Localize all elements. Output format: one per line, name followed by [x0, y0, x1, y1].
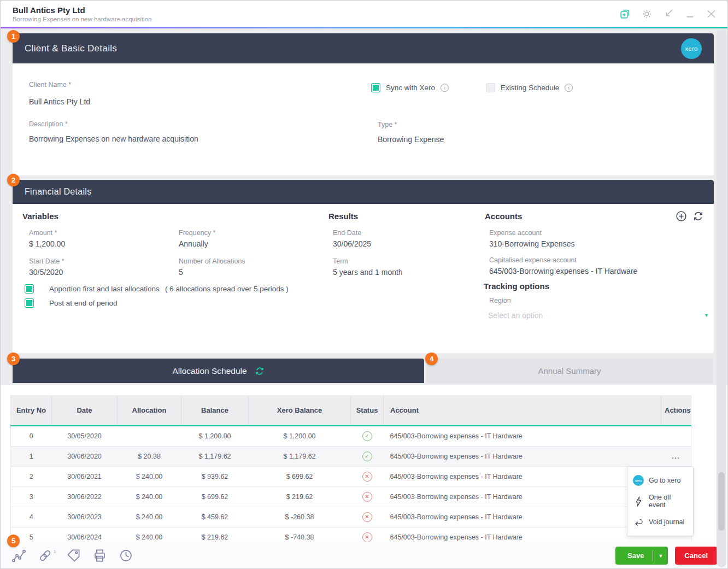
cell-entry-no: 1 — [11, 446, 52, 466]
existing-schedule-checkbox[interactable] — [486, 83, 495, 92]
status-icon: ✕ — [362, 472, 372, 482]
menu-item-void-journal[interactable]: Void journal — [627, 512, 693, 532]
window-title: Bull Antics Pty Ltd — [13, 5, 151, 16]
table-row[interactable]: 5 30/06/2024 $ 240.00 $ 219.62 $ -740.38… — [11, 527, 691, 542]
add-account-icon[interactable] — [676, 210, 687, 222]
refresh-schedule-icon[interactable] — [255, 366, 265, 376]
client-name-value[interactable]: Bull Antics Pty Ltd — [29, 97, 90, 106]
step-badge-1: 1 — [7, 30, 20, 43]
tab-annual-summary-label: Annual Summary — [538, 366, 601, 376]
region-select[interactable]: Select an option ▼ — [488, 311, 709, 320]
tab-annual-summary[interactable]: Annual Summary — [426, 359, 713, 383]
region-label: Region — [489, 297, 511, 304]
cell-account: 645/003-Borrowing expenses - IT Hardware — [384, 507, 661, 527]
cell-date: 30/06/2023 — [52, 507, 118, 527]
menu-item-go-to-xero-label: Go to xero — [649, 477, 680, 484]
collapse-icon[interactable] — [664, 9, 674, 19]
cancel-button[interactable]: Cancel — [675, 547, 717, 565]
description-label: Description * — [29, 120, 68, 128]
expense-account-value[interactable]: 310-Borrowing Expenses — [489, 239, 574, 248]
cell-date: 30/06/2020 — [52, 446, 118, 466]
cell-entry-no: 0 — [11, 426, 52, 446]
post-end-period-checkbox[interactable] — [25, 298, 34, 308]
row-actions-button[interactable]: ... — [661, 446, 691, 466]
col-entry-no: Entry No — [11, 395, 52, 426]
col-allocation: Allocation — [118, 395, 181, 426]
cell-balance: $ 459.62 — [181, 507, 249, 527]
sync-with-xero-row: Sync with Xero i — [371, 83, 449, 92]
allocation-table-body: 0 30/05/2020 $ 1,200.00 $ 1,200.00 ✓ 645… — [11, 426, 691, 542]
chevron-down-icon: ▼ — [704, 313, 709, 318]
table-row[interactable]: 2 30/06/2021 $ 240.00 $ 939.62 $ 699.62 … — [11, 466, 691, 486]
capitalised-account-label: Capitalised expense account — [489, 256, 577, 264]
status-icon: ✓ — [362, 451, 372, 461]
menu-item-void-journal-label: Void journal — [649, 518, 684, 526]
client-section-title: Client & Basic Details — [25, 43, 117, 54]
journal-graph-icon[interactable] — [11, 548, 26, 563]
refresh-accounts-icon[interactable] — [692, 210, 704, 222]
frequency-label: Frequency * — [179, 229, 215, 237]
table-row[interactable]: 4 30/06/2023 $ 240.00 $ 459.62 $ -260.38… — [11, 507, 691, 527]
sync-with-xero-checkbox[interactable] — [371, 83, 380, 92]
start-date-value[interactable]: 30/5/2020 — [29, 268, 63, 277]
term-label: Term — [333, 257, 348, 265]
col-actions: Actions — [661, 395, 691, 426]
tracking-options-heading: Tracking options — [484, 281, 549, 291]
lightning-icon — [633, 496, 644, 507]
cell-allocation: $ 240.00 — [118, 466, 181, 486]
link-icon[interactable]: 1 — [38, 548, 55, 563]
save-button[interactable]: Save ▼ — [615, 547, 668, 565]
cell-balance: $ 1,200.00 — [181, 426, 249, 446]
table-row[interactable]: 3 30/06/2022 $ 240.00 $ 699.62 $ 219.62 … — [11, 486, 691, 507]
save-dropdown-caret-icon[interactable]: ▼ — [653, 553, 668, 559]
post-end-period-row: Post at end of period — [25, 298, 118, 308]
financial-section-title: Financial Details — [25, 187, 91, 197]
cell-date: 30/06/2022 — [52, 486, 118, 507]
print-icon[interactable] — [92, 548, 107, 563]
table-row[interactable]: 0 30/05/2020 $ 1,200.00 $ 1,200.00 ✓ 645… — [11, 426, 691, 446]
scrollbar-thumb[interactable] — [718, 472, 725, 531]
sync-info-icon[interactable]: i — [441, 84, 449, 92]
close-icon[interactable] — [706, 9, 717, 19]
accounts-actions — [676, 210, 704, 222]
capitalised-account-value[interactable]: 645/003-Borrowing expenses - IT Hardware — [489, 267, 637, 275]
cell-xero-balance: $ 699.62 — [249, 466, 351, 486]
type-value[interactable]: Borrowing Expense — [378, 135, 444, 144]
apportion-checkbox[interactable] — [25, 284, 34, 294]
allocation-table-header: Entry No Date Allocation Balance Xero Ba… — [11, 395, 691, 426]
cell-status: ✕ — [351, 527, 384, 542]
cell-entry-no: 2 — [11, 466, 52, 486]
allocations-value[interactable]: 5 — [179, 268, 183, 277]
frequency-value[interactable]: Annually — [179, 239, 208, 248]
table-row[interactable]: 1 30/06/2020 $ 20.38 $ 1,179.62 $ 1,179.… — [11, 446, 691, 466]
cell-account: 645/003-Borrowing expenses - IT Hardware — [384, 446, 661, 466]
cell-status: ✕ — [351, 466, 384, 486]
step-badge-5: 5 — [7, 535, 20, 547]
cell-allocation: $ 240.00 — [118, 486, 181, 507]
cell-status: ✕ — [351, 486, 384, 507]
cell-date: 30/05/2020 — [52, 426, 118, 446]
region-select-placeholder: Select an option — [488, 311, 543, 320]
popout-duplicate-icon[interactable] — [620, 9, 630, 19]
description-value[interactable]: Borrowing Expenses on new hardware acqui… — [29, 134, 198, 143]
amount-value[interactable]: $ 1,200.00 — [29, 239, 65, 248]
tab-allocation-schedule[interactable]: Allocation Schedule — [13, 359, 424, 383]
cell-account: 645/003-Borrowing expenses - IT Hardware — [384, 466, 661, 486]
financial-details-section: Financial Details Variables Amount * $ 1… — [13, 180, 714, 353]
footer-tool-icons: 1 — [11, 548, 133, 563]
cell-allocation: $ 20.38 — [118, 446, 181, 466]
minimize-icon[interactable] — [685, 9, 695, 19]
history-clock-icon[interactable] — [119, 548, 133, 563]
menu-item-go-to-xero[interactable]: xero Go to xero — [627, 471, 693, 490]
variables-heading: Variables — [22, 212, 58, 221]
existing-schedule-info-icon[interactable]: i — [565, 84, 573, 92]
cell-xero-balance: $ -260.38 — [249, 507, 351, 527]
cell-balance: $ 219.62 — [181, 527, 249, 542]
settings-gear-icon[interactable] — [642, 9, 652, 19]
financial-section-header: Financial Details — [13, 180, 714, 204]
menu-item-one-off-event[interactable]: One off event — [627, 491, 693, 511]
results-heading: Results — [328, 212, 358, 221]
col-account: Account — [384, 395, 661, 426]
tag-icon[interactable] — [66, 548, 81, 563]
row-actions-button[interactable] — [661, 426, 691, 446]
